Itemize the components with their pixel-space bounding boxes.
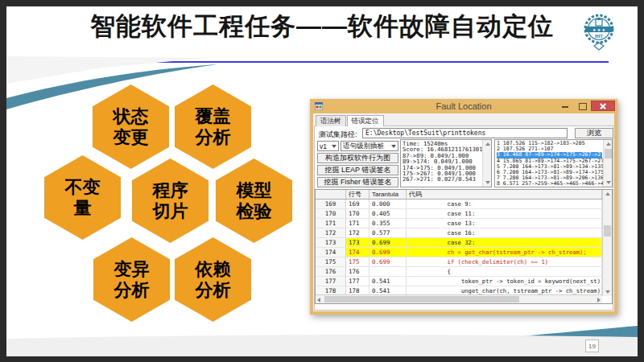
hex-label-line: 状态 — [114, 106, 149, 127]
tarantula-score-cell: 0.405 — [369, 209, 407, 218]
page-number: 19 — [585, 339, 599, 352]
tarantula-score-cell: 0.699 — [369, 248, 407, 257]
scroll-up-icon[interactable] — [483, 140, 492, 148]
tarantula-score-cell: 0.000 — [369, 200, 407, 208]
hit-logo-icon: ★ ★ ★ HIT — [580, 10, 618, 51]
hexagon-mutation-analysis: 变异 分析 — [93, 237, 170, 322]
row-header-cell: 175 — [316, 257, 346, 266]
code-cell: case 9: — [407, 200, 602, 208]
scroll-left-icon[interactable] — [316, 295, 324, 303]
hex-label-line: 依赖 — [196, 259, 231, 280]
testsuite-path-input[interactable] — [362, 128, 568, 138]
row-header-cell: 172 — [316, 228, 346, 237]
table-row[interactable]: 1771770.541 token_ptr -> token_id = keyw… — [316, 277, 602, 286]
grid-header-row: 行号 Tarantula 代码 — [316, 190, 602, 200]
table-row[interactable]: 1711710.355 case 13: — [316, 219, 602, 228]
close-button[interactable] — [591, 101, 615, 111]
row-header-cell: 170 — [316, 209, 346, 218]
scroll-up-icon[interactable] — [604, 140, 613, 148]
code-cell: case 11: — [407, 209, 602, 218]
hex-label-line: 不变 — [65, 177, 101, 198]
line-number-cell: 175 — [346, 257, 369, 266]
line-number-cell: 177 — [346, 277, 369, 286]
hex-label-line: 模型 — [237, 180, 272, 201]
mine-fisher-signature-button[interactable]: 挖掘 Fisher 错误签名 — [317, 177, 398, 187]
ranking-scrollbar[interactable] — [603, 140, 612, 187]
build-behavior-graph-button[interactable]: 构造加权软件行为图 — [317, 153, 398, 163]
hex-label-line: 程序 — [153, 180, 188, 201]
grid-corner-cell — [316, 190, 346, 199]
row-header-cell: 174 — [316, 248, 346, 257]
table-row[interactable]: 1721720.577 case 16: — [316, 228, 602, 238]
maximize-button[interactable] — [574, 101, 591, 111]
table-row[interactable]: 1691690.000 case 9: — [316, 200, 602, 209]
grid-horizontal-scrollbar[interactable] — [316, 294, 602, 303]
col-header-line-number: 行号 — [346, 190, 369, 199]
browse-button[interactable]: 浏览 — [575, 128, 613, 138]
line-number-cell: 171 — [346, 219, 369, 228]
tab-fault-localization[interactable]: 错误定位 — [347, 115, 384, 126]
tab-strip: 语法树 错误定位 — [316, 115, 385, 126]
logo-band-text: ★ ★ ★ — [592, 27, 606, 32]
instrumentation-level-select[interactable]: 语句级别插桩 — [341, 141, 398, 151]
ranking-listbox: 1 107.526 115->182->183->2052 107.526 27… — [494, 139, 613, 187]
line-number-cell: 174 — [346, 248, 369, 257]
tab-page-panel: 测试集路径: 浏览 v1 语句级别插桩 构造加权软件行为图 挖掘 LEAP 错误… — [314, 125, 613, 311]
viewer-frame: 智能软件工程任务——软件故障自动定位 ★ ★ ★ HIT 状态 变更 覆盖 分析… — [0, 0, 644, 362]
ranking-item[interactable]: 8 6.571 257->259->465->465->466->467 — [497, 181, 602, 187]
score-scrollbar[interactable] — [482, 140, 491, 187]
scrollbar-thumb[interactable] — [324, 296, 519, 302]
tarantula-score-cell: 0.541 — [369, 277, 407, 286]
chevron-down-icon — [391, 145, 396, 150]
minimize-button[interactable] — [557, 101, 574, 111]
code-cell: token_ptr -> token_id = keyword(next_st)… — [407, 277, 602, 286]
tab-syntax-tree[interactable]: 语法树 — [316, 115, 346, 126]
line-number-cell: 173 — [346, 238, 369, 247]
scroll-right-icon[interactable] — [594, 295, 602, 303]
slide-title: 智能软件工程任务——软件故障自动定位 — [6, 8, 638, 45]
col-header-tarantula: Tarantula — [369, 190, 407, 199]
hex-label-line: 切片 — [153, 201, 188, 222]
tarantula-score-cell: 0.355 — [369, 219, 407, 228]
table-row[interactable]: 1751750.699 if (check_delimiter(ch) == 1… — [316, 257, 602, 267]
row-header-cell: 177 — [316, 277, 346, 286]
hex-label-line: 分析 — [196, 127, 231, 148]
row-header-cell: 169 — [316, 200, 346, 208]
line-number-cell: 172 — [346, 228, 369, 237]
line-number-cell: 170 — [346, 209, 369, 218]
table-row[interactable]: 1741740.699 ch = get_char(tstream_ptr ->… — [316, 248, 602, 257]
tarantula-score-cell: 0.577 — [369, 228, 407, 237]
code-cell: ch = get_char(tstream_ptr -> ch_stream); — [407, 248, 602, 257]
code-cell: case 16: — [407, 228, 602, 237]
table-row[interactable]: 1731730.699 case 32: — [316, 238, 602, 248]
hexagon-model-checking: 模型 检验 — [216, 158, 292, 243]
code-cell: if (check_delimiter(ch) == 1) — [407, 257, 602, 266]
row-header-cell: 176 — [316, 267, 346, 276]
hex-label-line: 变更 — [114, 127, 149, 148]
line-number-cell: 169 — [346, 200, 369, 208]
col-header-code: 代码 — [407, 190, 602, 199]
fault-data-grid: 行号 Tarantula 代码 1691690.000 case 9:17017… — [315, 189, 613, 304]
footer-decoration — [6, 320, 638, 356]
tarantula-score-cell — [369, 267, 407, 276]
scroll-down-icon[interactable] — [604, 179, 613, 187]
score-line: 267->271: 0.027/0.543 — [402, 176, 481, 182]
version-select[interactable]: v1 — [317, 141, 339, 151]
line-number-cell: 176 — [346, 267, 369, 276]
mine-leap-signature-button[interactable]: 挖掘 LEAP 错误签名 — [317, 165, 398, 175]
logo-hit-text: HIT — [595, 34, 603, 39]
hexagon-program-slicing: 程序 切片 — [132, 158, 208, 243]
tarantula-score-cell: 0.699 — [369, 257, 407, 266]
scroll-up-icon[interactable] — [603, 190, 612, 198]
scroll-down-icon[interactable] — [603, 288, 612, 296]
fault-location-window: Fault Location 语法树 错误定位 测试集路径: 浏览 — [310, 99, 617, 315]
scroll-down-icon[interactable] — [483, 179, 492, 187]
hex-label-line: 分析 — [114, 280, 150, 301]
scrollbar-thumb[interactable] — [604, 225, 611, 237]
scrollbar-thumb[interactable] — [605, 149, 612, 158]
grid-vertical-scrollbar[interactable] — [602, 190, 612, 296]
table-row[interactable]: 176176 { — [316, 267, 602, 277]
window-titlebar[interactable]: Fault Location — [310, 99, 617, 113]
instrumentation-level-value: 语句级别插桩 — [343, 142, 384, 151]
table-row[interactable]: 1701700.405 case 11: — [316, 209, 602, 219]
